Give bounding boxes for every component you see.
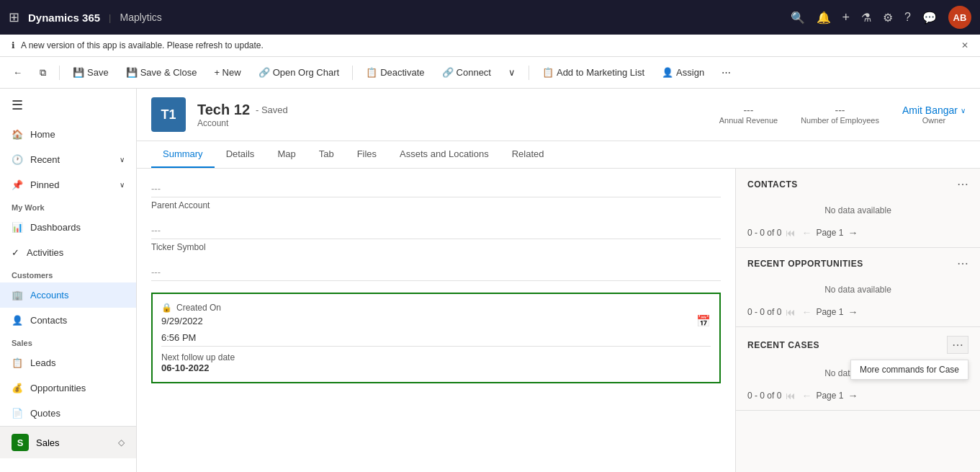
opportunities-panel-section: RECENT OPPORTUNITIES ⋯ No data available… [736, 248, 980, 327]
cases-tooltip-text: More commands for Case [860, 365, 959, 375]
save-close-label: Save & Close [140, 67, 197, 78]
org-chart-icon: 🔗 [259, 67, 270, 78]
owner-expand-icon[interactable]: ∨ [961, 107, 966, 115]
parent-account-label: Parent Account [151, 200, 721, 210]
settings-icon[interactable]: ⚙ [883, 11, 893, 25]
tab-related[interactable]: Related [500, 141, 556, 168]
employees-value: --- [801, 104, 879, 116]
sidebar-bottom-sales[interactable]: S Sales ◇ [0, 426, 136, 458]
contacts-panel-section: CONTACTS ⋯ No data available 0 - 0 of 0 … [736, 169, 980, 248]
popout-button[interactable]: ⧉ [32, 63, 53, 83]
assign-icon: 👤 [662, 67, 673, 78]
dashboards-label: Dashboards [30, 222, 81, 233]
info-icon: ℹ [12, 40, 15, 50]
owner-label: Owner [902, 116, 966, 125]
quotes-label: Quotes [30, 408, 60, 419]
created-on-label: Created On [176, 303, 221, 313]
mywork-group: My Work [0, 197, 136, 215]
opportunities-label: Opportunities [30, 383, 86, 393]
annual-revenue-label: Annual Revenue [719, 116, 778, 125]
avatar[interactable]: AB [948, 6, 971, 29]
opportunities-next-page-icon[interactable]: → [846, 306, 859, 318]
chat-icon[interactable]: 💬 [922, 11, 937, 25]
more-button[interactable]: ⋯ [714, 63, 738, 82]
sales-avatar-icon: S [12, 434, 29, 451]
sidebar-item-activities[interactable]: ✓ Activities [0, 240, 136, 265]
sidebar-item-accounts[interactable]: 🏢 Accounts [0, 282, 136, 308]
highlighted-created-on-box: 🔒 Created On 9/29/2022 📅 6:56 PM Next fo… [151, 293, 721, 383]
notification-close[interactable]: ✕ [961, 40, 968, 50]
opportunities-first-page-icon[interactable]: ⏮ [784, 306, 797, 318]
save-button[interactable]: 💾 Save [66, 63, 116, 82]
contacts-next-page-icon[interactable]: → [846, 227, 859, 239]
cases-panel-section: RECENT CASES ⋯ More commands for Case No… [736, 327, 980, 411]
sales-bottom-label: Sales [36, 437, 60, 448]
accounts-label: Accounts [30, 290, 68, 300]
org-chart-label: Open Org Chart [273, 67, 340, 78]
contacts-first-page-icon[interactable]: ⏮ [784, 227, 797, 239]
record-saved-status: - Saved [256, 104, 288, 115]
content-body: --- Parent Account --- Ticker Symbol --- [137, 169, 980, 472]
connect-button[interactable]: 🔗 Connect [435, 63, 498, 82]
new-label: + New [214, 67, 240, 78]
connect-icon: 🔗 [442, 67, 454, 78]
filter-icon[interactable]: ⚗ [861, 11, 871, 25]
cases-next-page-icon[interactable]: → [846, 390, 859, 401]
sidebar-toggle[interactable]: ☰ [0, 89, 136, 122]
ticker-value: --- [151, 225, 161, 236]
calendar-icon[interactable]: 📅 [696, 314, 711, 328]
sidebar-item-dashboards[interactable]: 📊 Dashboards [0, 215, 136, 240]
popout-icon: ⧉ [40, 67, 46, 79]
add-marketing-button[interactable]: 📋 Add to Marketing List [535, 63, 652, 82]
open-org-chart-button[interactable]: 🔗 Open Org Chart [251, 63, 347, 82]
save-close-button[interactable]: 💾 Save & Close [119, 63, 204, 82]
sidebar-item-recent[interactable]: 🕐 Recent ∨ [0, 147, 136, 172]
ticker-symbol-field: --- Ticker Symbol [151, 222, 721, 252]
cases-first-page-icon[interactable]: ⏮ [784, 390, 797, 401]
command-bar: ← ⧉ 💾 Save 💾 Save & Close + New 🔗 Open O… [0, 57, 980, 89]
main-layout: ☰ 🏠 Home 🕐 Recent ∨ 📌 Pinned ∨ My Work 📊… [0, 89, 980, 472]
bell-icon[interactable]: 🔔 [817, 11, 831, 25]
deactivate-button[interactable]: 📋 Deactivate [359, 63, 431, 82]
opportunities-header: RECENT OPPORTUNITIES ⋯ [747, 257, 968, 270]
sidebar-item-quotes[interactable]: 📄 Quotes [0, 401, 136, 426]
tab-tab[interactable]: Tab [307, 141, 346, 168]
notification-bar: ℹ A new version of this app is available… [0, 35, 980, 57]
new-icon[interactable]: + [842, 10, 850, 25]
opportunities-no-data: No data available [747, 276, 968, 303]
dropdown-button[interactable]: ∨ [501, 63, 523, 82]
back-button[interactable]: ← [6, 63, 30, 82]
sidebar-item-opportunities[interactable]: 💰 Opportunities [0, 375, 136, 401]
contacts-icon: 👤 [12, 315, 23, 326]
owner-name[interactable]: Amit Bangar [902, 104, 958, 116]
assign-button[interactable]: 👤 Assign [655, 63, 711, 82]
tab-files[interactable]: Files [346, 141, 388, 168]
search-icon[interactable]: 🔍 [791, 11, 805, 25]
tab-details[interactable]: Details [215, 141, 266, 168]
tab-summary[interactable]: Summary [151, 141, 215, 168]
customers-group: Customers [0, 265, 136, 282]
cases-pagination: 0 - 0 of 0 ⏮ ← Page 1 → [747, 390, 968, 401]
sidebar-item-leads[interactable]: 📋 Leads [0, 350, 136, 375]
help-icon[interactable]: ? [904, 11, 911, 24]
opportunities-more-icon[interactable]: ⋯ [957, 257, 968, 270]
app-grid-icon[interactable]: ⊞ [9, 9, 19, 25]
new-button[interactable]: + New [207, 63, 248, 82]
sidebar-item-contacts[interactable]: 👤 Contacts [0, 308, 136, 333]
sidebar-item-home[interactable]: 🏠 Home [0, 122, 136, 147]
cases-more-icon[interactable]: ⋯ [947, 336, 968, 354]
contacts-prev-page-icon[interactable]: ← [800, 227, 813, 239]
quotes-icon: 📄 [12, 408, 23, 419]
sidebar: ☰ 🏠 Home 🕐 Recent ∨ 📌 Pinned ∨ My Work 📊… [0, 89, 137, 472]
cases-prev-page-icon[interactable]: ← [800, 390, 813, 401]
sidebar-item-pinned[interactable]: 📌 Pinned ∨ [0, 172, 136, 197]
record-type: Account [197, 118, 288, 128]
cases-count: 0 - 0 of 0 [747, 391, 781, 401]
home-icon: 🏠 [12, 129, 23, 140]
tab-map[interactable]: Map [266, 141, 307, 168]
contacts-more-icon[interactable]: ⋯ [957, 177, 968, 191]
parent-account-value: --- [151, 183, 161, 194]
follow-up-label: Next follow up date [161, 352, 711, 362]
opportunities-prev-page-icon[interactable]: ← [800, 306, 813, 318]
tab-assets-locations[interactable]: Assets and Locations [388, 141, 500, 168]
